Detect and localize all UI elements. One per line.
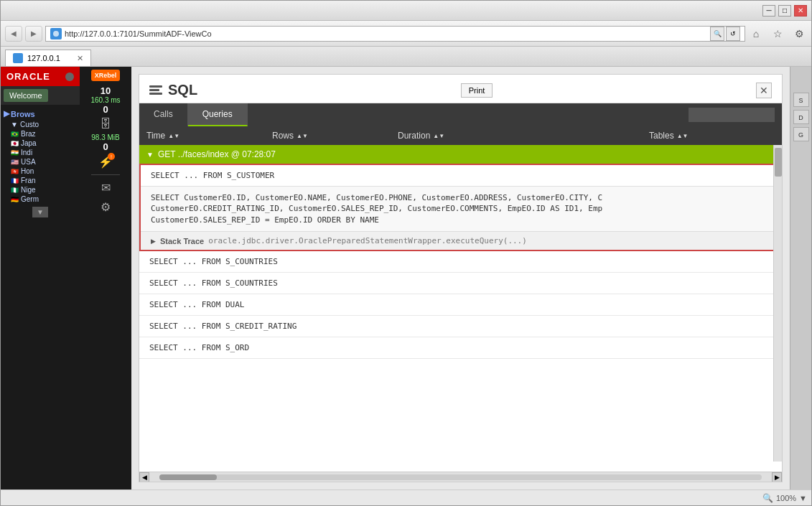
browser-window: ─ □ ✕ ◀ ▶ http://127.0.0.1:7101/SummitAD…	[0, 0, 812, 506]
search-input[interactable]	[689, 108, 775, 122]
sql-close-button[interactable]: ✕	[756, 83, 772, 98]
print-button[interactable]: Print	[461, 83, 493, 98]
stack-trace-label: Stack Trace	[160, 237, 204, 245]
back-button[interactable]: ◀	[5, 26, 22, 42]
xrebel-stat1: 10	[101, 85, 111, 96]
xrebel-mail-icon[interactable]: ✉	[101, 181, 111, 195]
sidebar-top: Welcome	[1, 86, 80, 105]
tab-calls[interactable]: Calls	[139, 103, 188, 126]
sidebar-item-france[interactable]: 🇫🇷 Fran	[4, 176, 77, 185]
france-flag: 🇫🇷	[11, 177, 19, 184]
query-summary-3: SELECT ... FROM S_COUNTRIES	[139, 273, 782, 294]
query-item-1[interactable]: SELECT ... FROM S_CUSTOMER SELECT Custom…	[139, 164, 782, 251]
xrebel-time: 160.3 ms	[90, 96, 120, 104]
col-time-label: Time	[146, 131, 165, 141]
vertical-scrollbar[interactable]	[773, 145, 782, 462]
forward-button[interactable]: ▶	[25, 26, 42, 42]
tab-bar: 127.0.0.1 ✕	[1, 47, 811, 67]
tree-browse-text: Brows	[11, 110, 35, 118]
table-header: Time ▲▼ Rows ▲▼ Duration ▲▼ Tables ▲▼	[139, 126, 782, 145]
tree-expand-icon: ▶	[4, 109, 9, 118]
title-bar-buttons: ─ □ ✕	[762, 5, 807, 17]
sidebar-item-germany[interactable]: 🇩🇪 Germ	[4, 195, 77, 204]
query-item-6[interactable]: SELECT ... FROM S_ORD	[139, 337, 782, 359]
sidebar-item-customer[interactable]: ▼ Custo	[4, 120, 77, 129]
query-summary-2: SELECT ... FROM S_COUNTRIES	[139, 251, 782, 272]
customer-label: Custo	[20, 121, 39, 128]
maximize-button[interactable]: □	[778, 5, 791, 17]
stack-trace-expand-icon[interactable]: ▶	[151, 238, 156, 245]
right-sidebar-btn-s[interactable]: S	[793, 93, 809, 107]
content-area: SQL Print ✕ Calls Queries Time ▲▼	[131, 67, 790, 489]
nav-icons: ⌂ ☆ ⚙	[748, 26, 807, 42]
query-summary-1: SELECT ... FROM S_CUSTOMER	[141, 165, 780, 186]
xrebel-db-icon[interactable]: 🗄	[100, 118, 111, 131]
xrebel-badge: !	[108, 153, 115, 160]
query-code-line1: SELECT CustomerEO.ID, CustomerEO.NAME, C…	[151, 192, 770, 203]
col-rows-label: Rows	[272, 131, 294, 141]
queries-container: ▼ GET ../faces/index @ 07:28:07 SELECT .…	[139, 145, 782, 472]
query-item-5[interactable]: SELECT ... FROM S_CREDIT_RATING	[139, 316, 782, 337]
sidebar-item-nigeria[interactable]: 🇳🇬 Nige	[4, 185, 77, 195]
zoom-dropdown-icon[interactable]: ▼	[799, 494, 807, 502]
hscroll-right-button[interactable]: ▶	[772, 472, 782, 482]
horizontal-scrollbar[interactable]: ◀ ▶	[139, 472, 782, 482]
xrebel-gear-icon[interactable]: ⚙	[101, 200, 111, 214]
query-item-3[interactable]: SELECT ... FROM S_COUNTRIES	[139, 273, 782, 294]
welcome-tab[interactable]: Welcome	[4, 89, 48, 102]
usa-label: USA	[21, 158, 36, 166]
sql-icon-line2	[149, 89, 159, 91]
hscroll-left-button[interactable]: ◀	[139, 472, 149, 482]
brazil-flag: 🇧🇷	[11, 131, 19, 138]
xrebel-stat2: 0	[103, 104, 108, 115]
france-label: Fran	[21, 177, 36, 184]
home-icon[interactable]: ⌂	[748, 26, 764, 42]
close-button[interactable]: ✕	[794, 5, 807, 17]
sidebar-item-hong-kong[interactable]: 🇭🇰 Hon	[4, 167, 77, 176]
stack-trace-row[interactable]: ▶ Stack Trace oracle.jdbc.driver.OracleP…	[141, 231, 780, 250]
col-tables-header[interactable]: Tables ▲▼	[649, 131, 775, 141]
hscroll-track	[159, 474, 762, 480]
right-sidebar-btn-d[interactable]: D	[793, 110, 809, 124]
nigeria-label: Nige	[21, 186, 36, 194]
scroll-thumb	[775, 148, 782, 177]
minimize-button[interactable]: ─	[762, 5, 775, 17]
query-code-line3: CustomerEO.SALES_REP_ID = EmpEO.ID ORDER…	[151, 215, 770, 225]
favorites-icon[interactable]: ☆	[770, 26, 785, 42]
col-rows-header[interactable]: Rows ▲▼	[272, 131, 398, 141]
oracle-dot	[65, 72, 74, 81]
sidebar-item-india[interactable]: 🇮🇳 Indi	[4, 148, 77, 157]
col-time-header[interactable]: Time ▲▼	[146, 131, 272, 141]
japan-label: Japa	[21, 139, 37, 147]
query-summary-6: SELECT ... FROM S_ORD	[139, 337, 782, 358]
queries-scroll-area[interactable]: ▼ GET ../faces/index @ 07:28:07 SELECT .…	[139, 145, 782, 472]
expand-more-button[interactable]: ▼	[32, 207, 48, 217]
query-item-4[interactable]: SELECT ... FROM DUAL	[139, 294, 782, 316]
xrebel-lightning-icon[interactable]: ⚡ !	[98, 155, 113, 169]
browser-tab[interactable]: 127.0.0.1 ✕	[5, 50, 91, 66]
sidebar-item-japan[interactable]: 🇯🇵 Japa	[4, 139, 77, 148]
sidebar-item-usa[interactable]: 🇺🇸 USA	[4, 157, 77, 167]
duration-sort-icon: ▲▼	[433, 133, 444, 139]
tab-close-icon[interactable]: ✕	[77, 54, 83, 63]
settings-icon[interactable]: ⚙	[791, 26, 807, 42]
india-label: Indi	[21, 149, 32, 156]
sidebar-item-brazil[interactable]: 🇧🇷 Braz	[4, 129, 77, 139]
query-summary-5: SELECT ... FROM S_CREDIT_RATING	[139, 316, 782, 337]
hk-label: Hon	[21, 167, 34, 175]
query-item-2[interactable]: SELECT ... FROM S_COUNTRIES	[139, 251, 782, 273]
time-sort-icon: ▲▼	[168, 133, 179, 139]
nav-bar: ◀ ▶ http://127.0.0.1:7101/SummitADF-View…	[1, 21, 811, 47]
refresh-button[interactable]: ↺	[726, 27, 740, 41]
group-expand-icon: ▼	[146, 151, 154, 159]
india-flag: 🇮🇳	[11, 149, 19, 156]
svg-point-0	[53, 31, 59, 37]
right-sidebar-btn-g[interactable]: G	[793, 127, 809, 141]
tree-browse-label[interactable]: ▶ Brows	[4, 108, 77, 120]
tab-queries[interactable]: Queries	[188, 103, 248, 126]
group-header[interactable]: ▼ GET ../faces/index @ 07:28:07	[139, 145, 782, 164]
col-duration-header[interactable]: Duration ▲▼	[398, 131, 649, 141]
brazil-label: Braz	[21, 130, 36, 138]
search-button[interactable]: 🔍	[710, 27, 724, 41]
query-detail-1: SELECT CustomerEO.ID, CustomerEO.NAME, C…	[141, 186, 780, 231]
